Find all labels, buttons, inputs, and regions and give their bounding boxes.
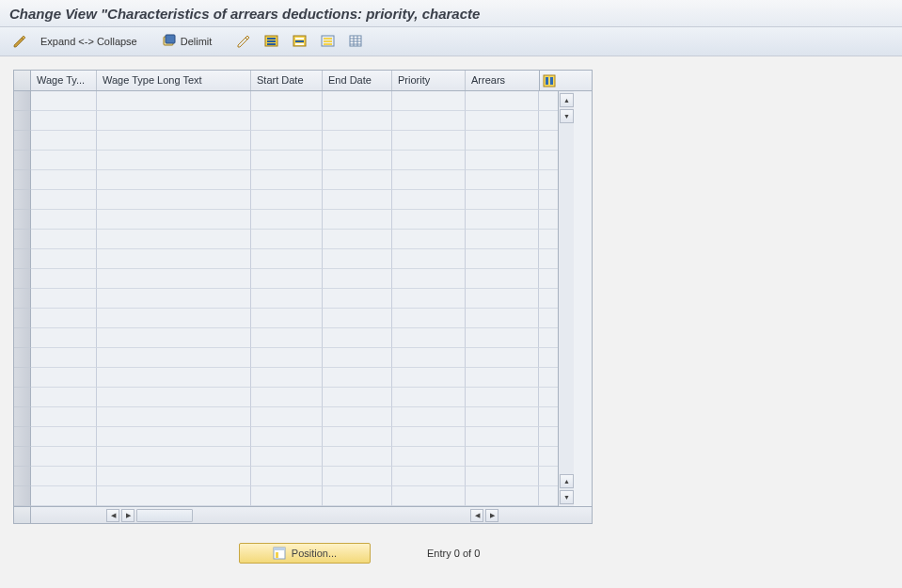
table-cell[interactable] <box>466 289 539 309</box>
column-header-startdate[interactable]: Start Date <box>251 71 323 90</box>
table-cell[interactable] <box>31 111 97 131</box>
table-cell[interactable] <box>251 348 323 368</box>
table-cell[interactable] <box>251 427 323 447</box>
row-selector[interactable] <box>14 269 31 289</box>
table-cell[interactable] <box>392 190 466 210</box>
vertical-scrollbar[interactable]: ▲ ▼ ▲ ▼ <box>558 91 574 506</box>
table-cell[interactable] <box>97 151 251 170</box>
row-selector[interactable] <box>14 91 31 111</box>
table-cell[interactable] <box>97 91 251 111</box>
table-cell[interactable] <box>31 368 97 388</box>
table-cell[interactable] <box>251 309 323 328</box>
table-cell[interactable] <box>392 230 466 249</box>
table-cell[interactable] <box>323 269 392 289</box>
row-selector[interactable] <box>14 368 31 388</box>
table-cell[interactable] <box>31 427 97 447</box>
column-header-longtext[interactable]: Wage Type Long Text <box>97 71 251 90</box>
row-selector[interactable] <box>14 230 31 249</box>
table-cell[interactable] <box>323 388 392 407</box>
table-cell[interactable] <box>251 249 323 269</box>
table-cell[interactable] <box>323 249 392 269</box>
table-cell[interactable] <box>31 151 97 170</box>
table-cell[interactable] <box>323 328 392 348</box>
row-selector[interactable] <box>14 190 31 210</box>
table-cell[interactable] <box>31 230 97 249</box>
table-cell[interactable] <box>251 486 323 506</box>
table-cell[interactable] <box>466 190 539 210</box>
table-cell[interactable] <box>97 190 251 210</box>
table-cell[interactable] <box>323 151 392 170</box>
scroll-up-small-button[interactable]: ▲ <box>560 474 574 488</box>
table-cell[interactable] <box>97 388 251 407</box>
column-header-arrears[interactable]: Arrears <box>466 71 539 90</box>
table-cell[interactable] <box>323 467 392 486</box>
table-cell[interactable] <box>97 447 251 467</box>
table-cell[interactable] <box>466 269 539 289</box>
scroll-right-button[interactable]: ▶ <box>485 509 498 522</box>
table-cell[interactable] <box>31 289 97 309</box>
configure-columns-button[interactable] <box>539 71 558 90</box>
column-header-wagetype[interactable]: Wage Ty... <box>31 71 97 90</box>
table-cell[interactable] <box>466 309 539 328</box>
table-cell[interactable] <box>392 131 466 151</box>
row-selector[interactable] <box>14 447 31 467</box>
table-cell[interactable] <box>466 249 539 269</box>
table-cell[interactable] <box>251 230 323 249</box>
table-cell[interactable] <box>392 269 466 289</box>
table-cell[interactable] <box>31 190 97 210</box>
table-cell[interactable] <box>466 131 539 151</box>
table-cell[interactable] <box>466 230 539 249</box>
table-cell[interactable] <box>392 91 466 111</box>
table-cell[interactable] <box>392 388 466 407</box>
table-cell[interactable] <box>97 289 251 309</box>
table-cell[interactable] <box>251 131 323 151</box>
change-mode-button[interactable] <box>8 31 32 52</box>
table-settings-button[interactable] <box>344 31 369 52</box>
table-cell[interactable] <box>97 249 251 269</box>
table-cell[interactable] <box>323 230 392 249</box>
scroll-thumb[interactable] <box>136 509 193 522</box>
table-cell[interactable] <box>323 348 392 368</box>
table-cell[interactable] <box>392 467 466 486</box>
table-cell[interactable] <box>466 407 539 427</box>
column-header-priority[interactable]: Priority <box>392 71 466 90</box>
table-cell[interactable] <box>31 309 97 328</box>
scroll-down-button[interactable]: ▼ <box>560 490 574 504</box>
table-cell[interactable] <box>31 131 97 151</box>
table-cell[interactable] <box>251 467 323 486</box>
table-cell[interactable] <box>392 427 466 447</box>
horizontal-scrollbar[interactable]: ◀ ▶ ◀ ▶ <box>31 509 576 522</box>
table-cell[interactable] <box>97 309 251 328</box>
table-cell[interactable] <box>466 170 539 190</box>
row-selector[interactable] <box>14 111 31 131</box>
row-selector[interactable] <box>14 407 31 427</box>
table-cell[interactable] <box>97 427 251 447</box>
table-cell[interactable] <box>97 210 251 230</box>
table-cell[interactable] <box>466 111 539 131</box>
table-cell[interactable] <box>251 151 323 170</box>
scroll-right-small-button[interactable]: ▶ <box>121 509 135 522</box>
table-cell[interactable] <box>466 151 539 170</box>
table-cell[interactable] <box>323 368 392 388</box>
table-cell[interactable] <box>31 249 97 269</box>
scroll-left-button[interactable]: ◀ <box>106 509 119 522</box>
table-cell[interactable] <box>466 348 539 368</box>
position-button[interactable]: Position... <box>239 543 371 564</box>
table-cell[interactable] <box>31 486 97 506</box>
table-cell[interactable] <box>31 328 97 348</box>
table-cell[interactable] <box>392 170 466 190</box>
table-cell[interactable] <box>97 269 251 289</box>
table-cell[interactable] <box>392 249 466 269</box>
table-cell[interactable] <box>251 407 323 427</box>
row-selector-header[interactable] <box>14 71 31 90</box>
table-cell[interactable] <box>466 447 539 467</box>
table-cell[interactable] <box>323 447 392 467</box>
scroll-down-small-button[interactable]: ▼ <box>560 109 574 123</box>
table-cell[interactable] <box>251 447 323 467</box>
select-all-button[interactable] <box>260 31 284 52</box>
row-selector[interactable] <box>14 289 31 309</box>
table-cell[interactable] <box>97 170 251 190</box>
row-selector[interactable] <box>14 249 31 269</box>
table-cell[interactable] <box>392 447 466 467</box>
table-cell[interactable] <box>323 486 392 506</box>
